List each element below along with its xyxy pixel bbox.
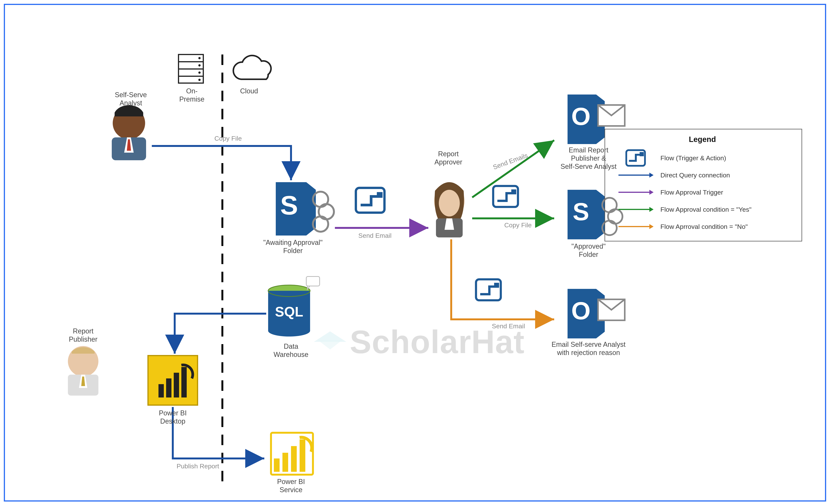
on-premise-label: On-Premise	[177, 87, 207, 103]
svg-rect-48	[299, 439, 305, 472]
copy-file-1-label: Copy File	[209, 134, 247, 142]
svg-point-8	[199, 72, 201, 74]
svg-point-17	[439, 190, 460, 217]
legend-text-2: Flow Approval Trigger	[660, 189, 723, 196]
server-icon	[179, 54, 203, 83]
approved-folder-label: "Approved"Folder	[558, 242, 619, 259]
svg-text:S: S	[573, 198, 589, 226]
legend-row-flow: Flow (Trigger & Action)	[611, 149, 794, 166]
outlook-rejection-icon: O	[568, 289, 625, 339]
svg-text:SQL: SQL	[275, 304, 303, 319]
legend-text-0: Flow (Trigger & Action)	[660, 154, 726, 162]
cloud-label: Cloud	[234, 87, 264, 95]
svg-text:O: O	[571, 297, 590, 325]
send-email-1-label: Send Email	[354, 232, 396, 239]
legend-text-3: Flow Approval condition = "Yes"	[660, 206, 751, 213]
arrow-send-email-no	[451, 239, 554, 319]
watermark: ScholarHat	[314, 323, 525, 360]
legend-row-yes: Flow Approval condition = "Yes"	[611, 201, 794, 218]
scholarhat-logo-icon	[314, 332, 346, 352]
copy-file-2-label: Copy File	[499, 221, 537, 229]
sql-dw-icon: SQL	[268, 276, 320, 337]
self-serve-analyst-icon	[112, 105, 146, 160]
svg-rect-39	[148, 356, 197, 405]
svg-text:O: O	[571, 103, 590, 130]
report-approver-icon	[434, 182, 465, 237]
svg-rect-47	[291, 446, 297, 472]
svg-text:S: S	[280, 190, 298, 220]
svg-rect-36	[306, 276, 320, 286]
legend-box: Legend Flow (Trigger & Action) Direct Qu…	[605, 129, 802, 241]
diagram-frame: S	[4, 4, 826, 502]
svg-rect-45	[274, 459, 280, 472]
svg-rect-51	[640, 152, 644, 156]
svg-rect-41	[158, 384, 164, 397]
svg-rect-28	[494, 283, 499, 288]
legend-text-1: Direct Query connection	[660, 171, 730, 179]
flow-icon	[625, 149, 646, 167]
svg-rect-20	[511, 189, 516, 194]
flow-icon-3	[476, 279, 501, 300]
arrow-icon	[618, 192, 653, 193]
legend-title: Legend	[611, 135, 794, 144]
legend-row-approval: Flow Approval Trigger	[611, 184, 794, 201]
arrow-icon	[618, 209, 653, 210]
svg-point-7	[199, 64, 201, 67]
data-warehouse-label: DataWarehouse	[268, 342, 314, 359]
publish-report-label: Publish Report	[177, 462, 230, 470]
self-serve-analyst-label: Self-ServeAnalyst	[112, 91, 150, 107]
svg-point-6	[199, 57, 201, 59]
svg-point-9	[199, 79, 201, 81]
power-bi-desktop-icon	[148, 356, 197, 405]
flow-icon-1	[356, 188, 385, 212]
flow-icon-2	[493, 186, 518, 207]
arrow-icon	[618, 226, 653, 227]
power-bi-service-icon	[271, 433, 313, 475]
legend-row-no: Flow Aprroval condition = "No"	[611, 218, 794, 235]
svg-point-33	[268, 325, 310, 337]
legend-text-4: Flow Aprroval condition = "No"	[660, 223, 748, 230]
sharepoint-awaiting-icon: S	[276, 182, 334, 235]
email-rejection-label: Email Self-serve Analystwith rejection r…	[547, 340, 630, 357]
arrow-icon	[618, 175, 653, 176]
report-publisher-icon	[68, 346, 98, 396]
svg-rect-43	[174, 373, 179, 397]
report-approver-label: ReportApprover	[425, 150, 472, 166]
diagram-svg: S	[5, 5, 825, 500]
power-bi-service-label: Power BIService	[268, 477, 314, 494]
legend-row-direct: Direct Query connection	[611, 166, 794, 184]
arrow-direct-query	[175, 314, 266, 354]
arrow-send-emails-yes	[472, 140, 554, 197]
svg-rect-42	[166, 379, 172, 397]
watermark-text: ScholarHat	[350, 323, 525, 360]
svg-rect-15	[377, 192, 383, 198]
awaiting-folder-label: "Awaiting Approval"Folder	[257, 238, 329, 255]
svg-rect-44	[181, 367, 187, 397]
power-bi-desktop-label: Power BIDesktop	[150, 409, 196, 425]
cloud-icon	[233, 55, 271, 79]
svg-rect-46	[282, 453, 288, 472]
report-publisher-label: ReportPublisher	[62, 327, 104, 343]
